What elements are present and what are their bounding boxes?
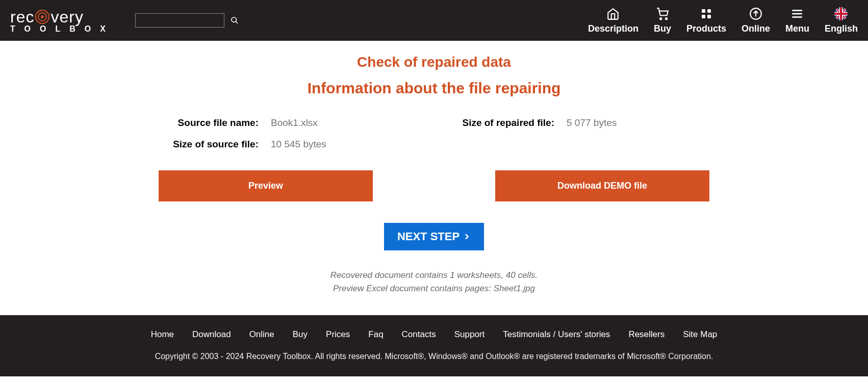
nav-products[interactable]: Products — [686, 7, 726, 34]
footer: Home Download Online Buy Prices Faq Cont… — [0, 315, 868, 376]
info-row-repaired-size: Size of repaired file: 5 077 bytes — [454, 117, 709, 129]
note-line: Recovered document contains 1 worksheets… — [159, 269, 709, 282]
cart-icon — [656, 7, 669, 20]
nav-language[interactable]: English — [825, 7, 858, 34]
search-input[interactable] — [136, 17, 227, 24]
svg-rect-10 — [707, 15, 711, 18]
search-box — [135, 13, 224, 28]
nav-label: English — [825, 23, 858, 34]
search-icon — [231, 16, 239, 24]
search-button[interactable] — [227, 16, 242, 24]
svg-point-3 — [232, 17, 236, 22]
nav-label: Menu — [785, 23, 809, 34]
footer-link-buy[interactable]: Buy — [293, 329, 308, 340]
page-title: Check of repaired data — [159, 54, 709, 70]
nav-online[interactable]: Online — [742, 7, 770, 34]
nav-label: Buy — [654, 23, 671, 34]
nav-buy[interactable]: Buy — [654, 7, 671, 34]
chevron-right-icon — [463, 231, 471, 242]
footer-link-contacts[interactable]: Contacts — [402, 329, 436, 340]
page-subtitle: Information about the file repairing — [159, 80, 709, 97]
nav-label: Products — [686, 23, 726, 34]
footer-link-support[interactable]: Support — [454, 329, 485, 340]
svg-point-5 — [660, 18, 661, 19]
footer-links: Home Download Online Buy Prices Faq Cont… — [10, 329, 858, 340]
note-line: Preview Excel document contains pages: S… — [159, 282, 709, 295]
footer-link-prices[interactable]: Prices — [326, 329, 350, 340]
info-row-source-size: Size of source file: 10 545 bytes — [159, 139, 414, 150]
svg-rect-9 — [702, 15, 705, 18]
logo[interactable]: recvery TOOLBOX — [10, 8, 115, 34]
upload-icon — [749, 7, 762, 20]
menu-icon — [790, 7, 804, 20]
svg-point-2 — [41, 15, 44, 18]
flag-uk-icon — [834, 7, 848, 20]
footer-link-home[interactable]: Home — [151, 329, 174, 340]
footer-link-download[interactable]: Download — [192, 329, 231, 340]
info-row-source-name: Source file name: Book1.xlsx — [159, 117, 414, 129]
svg-point-6 — [666, 18, 667, 19]
nav-label: Description — [588, 23, 639, 34]
info-label: Size of source file: — [159, 139, 271, 150]
footer-link-resellers[interactable]: Resellers — [628, 329, 665, 340]
info-label: Size of repaired file: — [454, 117, 567, 129]
button-row: Preview Download DEMO file — [159, 170, 709, 201]
nav-menu[interactable]: Menu — [785, 7, 809, 34]
copyright: Copyright © 2003 - 2024 Recovery Toolbox… — [10, 352, 858, 361]
info-label: Source file name: — [159, 117, 271, 129]
info-value: Book1.xlsx — [271, 117, 318, 129]
svg-rect-8 — [707, 9, 711, 13]
next-step-button[interactable]: NEXT STEP — [384, 223, 484, 250]
next-step-label: NEXT STEP — [397, 230, 459, 243]
target-icon — [35, 9, 50, 24]
footer-link-sitemap[interactable]: Site Map — [683, 329, 717, 340]
nav-label: Online — [742, 23, 770, 34]
header: recvery TOOLBOX Description Buy Products… — [0, 0, 868, 41]
recovery-note: Recovered document contains 1 worksheets… — [159, 269, 709, 295]
logo-top: recvery — [10, 8, 115, 27]
info-grid: Source file name: Book1.xlsx Size of rep… — [159, 117, 709, 150]
footer-link-testimonials[interactable]: Testimonials / Users' stories — [503, 329, 610, 340]
preview-button[interactable]: Preview — [159, 170, 373, 201]
logo-bottom: TOOLBOX — [10, 24, 115, 34]
download-demo-button[interactable]: Download DEMO file — [495, 170, 709, 201]
nav-description[interactable]: Description — [588, 7, 639, 34]
info-value: 10 545 bytes — [271, 139, 326, 150]
info-value: 5 077 bytes — [567, 117, 617, 129]
grid-icon — [700, 7, 712, 20]
home-icon — [606, 7, 620, 20]
footer-link-faq[interactable]: Faq — [368, 329, 383, 340]
svg-line-4 — [236, 21, 238, 23]
main: Check of repaired data Information about… — [108, 41, 760, 315]
svg-rect-7 — [702, 9, 705, 13]
footer-link-online[interactable]: Online — [249, 329, 274, 340]
nav: Description Buy Products Online Menu Eng… — [588, 7, 858, 34]
